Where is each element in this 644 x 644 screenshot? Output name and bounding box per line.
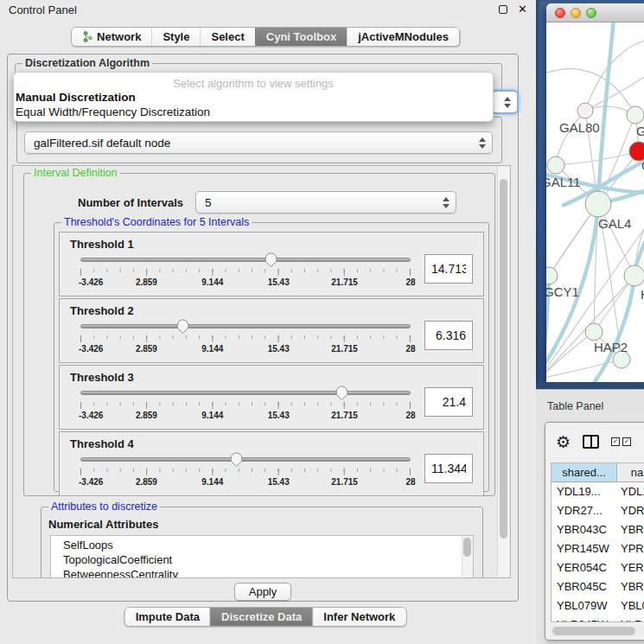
- node-label: H: [641, 287, 644, 302]
- threshold-3-value-field[interactable]: [424, 387, 473, 417]
- horizontal-scrollbar[interactable]: [551, 626, 644, 636]
- control-panel-window: Control Panel ✕ Network Style Select Cyn…: [0, 0, 536, 644]
- cyni-toolbox-content: Discretization Algorithm Select algorith…: [7, 54, 519, 602]
- slider-scale-labels: -3.426 2.859 9.144 15.43 21.715 28: [80, 477, 411, 488]
- list-item[interactable]: SelfLoops: [63, 538, 473, 552]
- node-label: GA: [636, 124, 644, 138]
- tab-discretize-data[interactable]: Discretize Data: [210, 608, 312, 626]
- slider-ticks: [80, 469, 411, 475]
- dropdown-hint-text: Select algorithm to view settings: [14, 73, 493, 90]
- slider-scale-labels: -3.426 2.859 9.144 15.43 21.715 28: [80, 344, 411, 354]
- scrollbar-thumb[interactable]: [552, 627, 635, 635]
- table-data-combobox[interactable]: galFiltered.sif default node: [24, 131, 493, 154]
- node-label: GCY1: [546, 284, 579, 299]
- slider-ticks: [80, 335, 411, 342]
- checked-boxes-icon[interactable]: ✓✓: [611, 437, 631, 446]
- combo-value: galFiltered.sif default node: [34, 137, 476, 150]
- thresholds-group: Threshold's Coordinates for 5 Intervals …: [54, 222, 489, 492]
- table-row[interactable]: YBR043CYBR0: [552, 520, 644, 539]
- threshold-3-slider[interactable]: -3.426 2.859 9.144 15.43 21.715 28: [80, 386, 411, 424]
- threshold-1-slider[interactable]: -3.426 2.859 9.144 15.43 21.715 28: [80, 252, 411, 290]
- node-label: GAL4: [598, 216, 631, 231]
- number-of-intervals-combobox[interactable]: 5: [195, 191, 456, 214]
- table-panel-window: ⚙ ✓✓ shared... na YDL19...YDL1 YDR27...Y…: [545, 422, 644, 641]
- right-column: GAL80 GA C GAL11 GAL4 GCY1 H HAP2 Table …: [536, 0, 644, 644]
- node-gal11: [547, 156, 564, 174]
- threshold-2-slider[interactable]: -3.426 2.859 9.144 15.43 21.715 28: [80, 319, 411, 357]
- close-traffic-light-icon[interactable]: [555, 8, 565, 18]
- list-item[interactable]: TopologicalCoefficient: [63, 552, 473, 567]
- node-label: HAP2: [594, 340, 628, 354]
- list-scrollbar[interactable]: [462, 536, 473, 578]
- slider-thumb[interactable]: [176, 319, 189, 335]
- table-header-row: shared... na: [552, 463, 644, 482]
- network-icon: [82, 31, 92, 42]
- threshold-4-panel: Threshold 4 -3.426 2.859: [59, 431, 484, 496]
- numerical-attributes-list[interactable]: SelfLoops TopologicalCoefficient Between…: [50, 535, 474, 578]
- tab-style[interactable]: Style: [151, 28, 200, 46]
- dropdown-option-manual[interactable]: Manual Discretization: [14, 90, 493, 105]
- threshold-2-value-field[interactable]: [424, 321, 473, 350]
- table-row[interactable]: YBL079WYBL0: [552, 596, 644, 615]
- tab-network[interactable]: Network: [72, 28, 151, 46]
- node-label: GAL11: [546, 175, 581, 189]
- numerical-attributes-label: Numerical Attributes: [48, 518, 482, 531]
- slider-thumb[interactable]: [265, 252, 277, 268]
- combo-stepper-icon: [440, 197, 452, 208]
- settings-scroll-viewport: Interval Definition Number of Intervals …: [12, 165, 511, 578]
- threshold-4-value-field[interactable]: [424, 454, 473, 483]
- algorithm-combobox[interactable]: [491, 90, 519, 114]
- node-table[interactable]: shared... na YDL19...YDL1 YDR27...YDR2 Y…: [551, 462, 644, 622]
- tab-infer-network[interactable]: Infer Network: [312, 608, 405, 626]
- gear-icon[interactable]: ⚙: [556, 434, 571, 450]
- scrollbar-thumb[interactable]: [500, 179, 507, 539]
- column-header-name[interactable]: na: [617, 463, 644, 481]
- tab-label: Network: [97, 30, 141, 43]
- combo-stepper-icon: [476, 137, 488, 149]
- dropdown-option-equal-width[interactable]: Equal Width/Frequency Discretization: [14, 105, 493, 119]
- table-row[interactable]: YBR045CYBR0: [552, 577, 644, 596]
- slider-ticks: [80, 402, 411, 409]
- table-row[interactable]: YDR27...YDR2: [552, 501, 644, 520]
- network-canvas[interactable]: GAL80 GA C GAL11 GAL4 GCY1 H HAP2: [546, 22, 644, 382]
- slider-thumb[interactable]: [335, 386, 348, 401]
- tab-jactivemnodules[interactable]: jActiveMNodules: [347, 28, 459, 46]
- list-item[interactable]: BetweennessCentrality: [63, 567, 473, 578]
- split-columns-icon[interactable]: [583, 435, 599, 449]
- combo-stepper-icon: [501, 97, 513, 108]
- table-row[interactable]: YER054CYER0: [552, 558, 644, 577]
- threshold-1-panel: Threshold 1 -3.426 2.859: [59, 232, 484, 296]
- viewport-scrollbar[interactable]: [497, 167, 509, 577]
- network-window-titlebar[interactable]: [546, 3, 644, 22]
- table-row[interactable]: YPR145WYPR1: [552, 539, 644, 558]
- zoom-traffic-light-icon[interactable]: [586, 8, 596, 18]
- attributes-group: Attributes to discretize Numerical Attri…: [41, 507, 483, 578]
- node-hap2: [585, 323, 603, 341]
- network-desktop: GAL80 GA C GAL11 GAL4 GCY1 H HAP2: [536, 0, 644, 389]
- tab-select[interactable]: Select: [200, 28, 254, 46]
- float-window-icon[interactable]: [499, 5, 507, 14]
- threshold-1-value-field[interactable]: [424, 254, 473, 284]
- slider-track: [80, 391, 411, 395]
- control-panel-titlebar: Control Panel ✕: [0, 0, 536, 19]
- slider-track: [80, 324, 411, 328]
- tab-cyni-toolbox[interactable]: Cyni Toolbox: [255, 28, 347, 46]
- slider-track: [80, 258, 411, 262]
- column-header-shared-name[interactable]: shared...: [552, 463, 617, 481]
- table-data-group: Table Data galFiltered.sif default node: [16, 117, 502, 163]
- apply-button[interactable]: Apply: [234, 583, 291, 601]
- table-row[interactable]: YLR345WYLR3: [552, 615, 644, 622]
- table-panel-title: Table Panel: [547, 400, 603, 412]
- minimize-traffic-light-icon[interactable]: [571, 8, 581, 18]
- table-row[interactable]: YDL19...YDL1: [552, 482, 644, 501]
- node-ga: [627, 106, 644, 124]
- slider-thumb[interactable]: [230, 452, 243, 468]
- tab-impute-data[interactable]: Impute Data: [125, 608, 210, 626]
- threshold-4-slider[interactable]: -3.426 2.859 9.144 15.43 21.715 28: [80, 452, 411, 490]
- table-toolbar: ⚙ ✓✓: [545, 423, 644, 461]
- close-icon[interactable]: ✕: [518, 5, 527, 14]
- node-label: GAL80: [559, 120, 600, 135]
- table-panel-section: Table Panel ⚙ ✓✓ shared... na YDL19...YD…: [536, 389, 644, 644]
- panel-title: Control Panel: [9, 3, 77, 16]
- number-of-intervals-label: Number of Intervals: [78, 196, 183, 209]
